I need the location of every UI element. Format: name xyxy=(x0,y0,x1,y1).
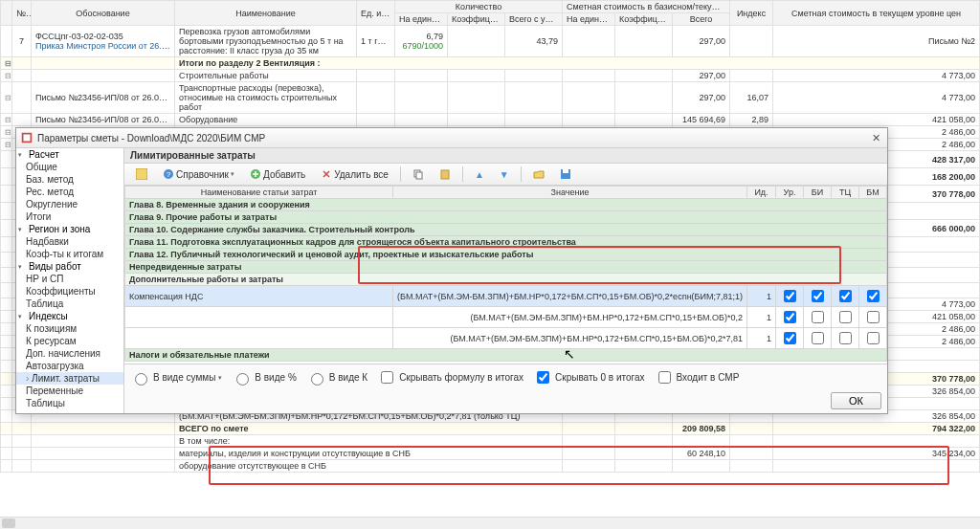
toolbar-separator xyxy=(462,166,463,182)
tree-item[interactable]: Округление xyxy=(16,198,123,210)
col-unit: Ед. изм. xyxy=(357,1,395,26)
toolbar-separator xyxy=(400,166,401,182)
lcol-ur: Ур. xyxy=(776,187,804,199)
flag-ur[interactable] xyxy=(784,311,796,323)
limit-row[interactable]: (БМ.МАТ+(БМ.ЭМ-БМ.ЗПМ)+БМ.НР*0,172+БМ.СП… xyxy=(125,307,887,328)
action-button[interactable] xyxy=(130,166,153,182)
move-up-button[interactable]: ▲ xyxy=(469,167,490,182)
svg-text:?: ? xyxy=(167,170,171,179)
col-cur: Сметная стоимость в текущем уровне цен xyxy=(773,1,980,26)
limit-row[interactable]: Компенсация НДС(БМ.МАТ+(БМ.ЭМ-БМ.ЗПМ)+БМ… xyxy=(125,286,887,307)
table-row[interactable]: оборудование отсутствующее в СНБ xyxy=(1,460,980,473)
tree-item[interactable]: К ресурсам xyxy=(16,335,123,347)
table-row[interactable]: ⊟Строительные работы297,004 773,00 xyxy=(1,70,980,82)
estimate-params-dialog: Параметры сметы - Download\МДС 2020\БИМ … xyxy=(15,127,888,414)
tree-item[interactable]: Таблица xyxy=(16,298,123,310)
lcol-bi: БИ xyxy=(804,187,832,199)
panel-title: Лимитированные затраты xyxy=(124,148,887,164)
limit-row[interactable]: Глава 9. Прочие работы и затраты xyxy=(125,211,887,224)
flag-ur[interactable] xyxy=(784,332,796,344)
tree-item[interactable]: Коэффициенты xyxy=(16,285,123,298)
svg-rect-8 xyxy=(441,170,449,179)
opt-sum[interactable]: В виде суммы▾ xyxy=(130,370,222,386)
limit-row[interactable]: Глава 8. Временные здания и сооружения xyxy=(125,199,887,211)
opt-in-smr[interactable]: Входит в СМР xyxy=(655,368,740,386)
move-down-button[interactable]: ▼ xyxy=(494,167,515,182)
paste-button[interactable] xyxy=(434,166,457,182)
flag-bi[interactable] xyxy=(812,311,824,323)
table-row[interactable]: ⊟Итоги по разделу 2 Вентиляция : xyxy=(1,57,980,70)
open-button[interactable] xyxy=(527,166,550,182)
table-row[interactable]: ⊟Письмо №23456-ИП/08 от 26.09.2020г п.23… xyxy=(1,82,980,114)
tree-item[interactable]: Переменные xyxy=(16,385,123,397)
tree-item[interactable]: Автозагрузка xyxy=(16,360,123,372)
flag-tc[interactable] xyxy=(839,311,852,323)
dialog-title: Параметры сметы - Download\МДС 2020\БИМ … xyxy=(37,133,868,143)
tree-item[interactable]: Таблицы xyxy=(16,397,123,409)
tree-group[interactable]: ▾Виды работ xyxy=(16,260,123,273)
lcol-tc: ТЦ xyxy=(832,187,859,199)
opt-hide-formula[interactable]: Скрывать формулу в итогах xyxy=(377,368,523,386)
flag-tc[interactable] xyxy=(839,332,852,344)
flag-bm[interactable] xyxy=(867,290,880,302)
limit-row[interactable]: Глава 12. Публичный технологический и це… xyxy=(125,249,887,261)
tree-group[interactable]: ▾Индексы xyxy=(16,310,123,322)
svg-rect-2 xyxy=(136,168,147,180)
opt-hide-zero[interactable]: Скрывать 0 в итогах xyxy=(533,368,645,386)
tree-item[interactable]: НР и СП xyxy=(16,273,123,285)
flag-ur[interactable] xyxy=(784,290,796,302)
lcol-bm: БМ xyxy=(859,187,887,199)
limit-row[interactable]: Непредвиденные затраты xyxy=(125,261,887,274)
help-button[interactable]: ?Справочник▾ xyxy=(157,166,240,182)
panel-toolbar: ?Справочник▾ Добавить Удалить все ▲ ▼ xyxy=(124,164,887,186)
table-row[interactable]: ⊟Письмо №23456-ИП/08 от 26.09.2020Оборуд… xyxy=(1,114,980,126)
flag-bm[interactable] xyxy=(867,311,880,323)
ok-button[interactable]: ОК xyxy=(831,392,881,409)
horizontal-scrollbar[interactable] xyxy=(0,517,980,529)
tree-item[interactable]: Рес. метод xyxy=(16,186,123,198)
tree-item[interactable]: Доп. начисления xyxy=(16,347,123,360)
tree-item-selected[interactable]: › Лимит. затраты xyxy=(16,372,123,385)
col-name: Наименование xyxy=(175,1,357,26)
svg-rect-7 xyxy=(416,172,422,179)
close-button[interactable]: ✕ xyxy=(868,131,883,144)
col-np: № п.п xyxy=(12,1,32,26)
opt-pct[interactable]: В виде % xyxy=(232,370,296,386)
tree-item[interactable]: Баз. метод xyxy=(16,173,123,186)
table-row[interactable]: ВСЕГО по смете209 809,58794 322,00 xyxy=(1,423,980,435)
tree-group[interactable]: ▾Расчет xyxy=(16,148,123,161)
dialog-titlebar[interactable]: Параметры сметы - Download\МДС 2020\БИМ … xyxy=(16,128,887,148)
col-osn: Обоснование xyxy=(32,1,175,26)
limit-row[interactable]: Глава 11. Подготовка эксплуатационных ка… xyxy=(125,236,887,249)
copy-button[interactable] xyxy=(407,166,430,182)
delete-all-button[interactable]: Удалить все xyxy=(315,166,394,182)
svg-rect-10 xyxy=(563,169,568,173)
tree-item[interactable]: Итоги xyxy=(16,210,123,223)
options-row: В виде суммы▾ В виде % В виде К Скрывать… xyxy=(130,368,881,386)
dialog-category-tree[interactable]: ▾РасчетОбщиеБаз. методРес. методОкруглен… xyxy=(16,148,124,413)
limit-row[interactable]: Глава 10. Содержание службы заказчика. С… xyxy=(125,224,887,236)
limit-row[interactable]: (БМ.МАТ+(БМ.ЭМ-БМ.ЗПМ)+БМ.НР*0,172+БМ.СП… xyxy=(125,328,887,349)
flag-bm[interactable] xyxy=(867,332,880,344)
limit-costs-grid[interactable]: Наименование статьи затрат Значение Ид. … xyxy=(124,186,887,364)
flag-tc[interactable] xyxy=(839,290,852,302)
tree-item[interactable]: Надбавки xyxy=(16,235,123,248)
opt-k[interactable]: В виде К xyxy=(306,370,368,386)
lcol-value: Значение xyxy=(393,187,747,199)
tree-group[interactable]: ▾Регион и зона xyxy=(16,223,123,235)
tree-item[interactable]: К позициям xyxy=(16,322,123,335)
table-row[interactable]: материалы, изделия и конструкции отсутст… xyxy=(1,448,980,460)
col-qty: Количество xyxy=(395,1,563,13)
svg-rect-1 xyxy=(24,135,31,142)
table-row[interactable]: 7ФССЦпг-03-02-02-035Приказ Минстроя Росс… xyxy=(1,26,980,57)
limit-row[interactable]: Дополнительные работы и затраты xyxy=(125,274,887,286)
limit-row[interactable]: Налоги и обязательные платежи xyxy=(125,349,887,362)
tree-item[interactable]: Общие xyxy=(16,161,123,173)
flag-bi[interactable] xyxy=(812,290,824,302)
save-button[interactable] xyxy=(554,166,577,182)
table-row[interactable]: В том числе: xyxy=(1,435,980,448)
flag-bi[interactable] xyxy=(812,332,824,344)
tree-item[interactable]: Коэф-ты к итогам xyxy=(16,248,123,260)
lcol-name: Наименование статьи затрат xyxy=(125,187,393,199)
add-button[interactable]: Добавить xyxy=(244,166,311,182)
